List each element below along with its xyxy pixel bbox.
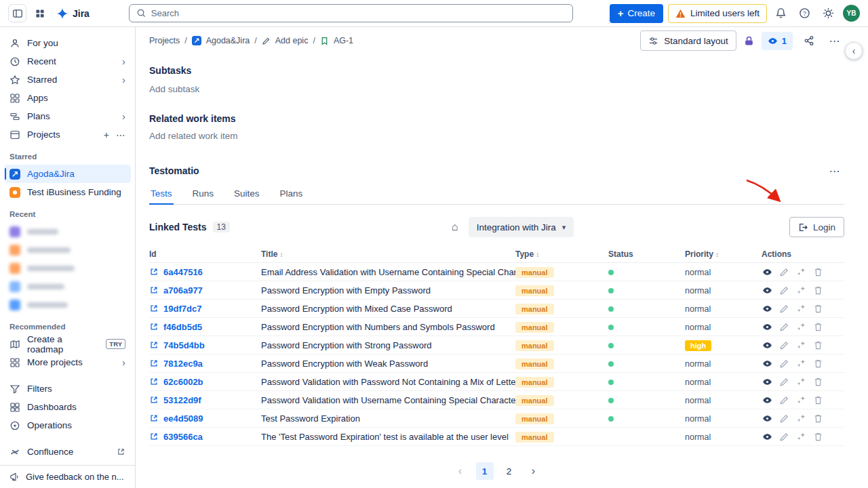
home-button[interactable]: ⌂ — [446, 218, 465, 237]
view-test-button[interactable] — [762, 413, 772, 424]
delete-test-button[interactable] — [812, 266, 823, 277]
recent-item-blurred[interactable] — [4, 296, 131, 314]
share-button[interactable] — [800, 31, 818, 50]
recent-item-blurred[interactable] — [4, 222, 131, 241]
project-ibusiness-funding[interactable]: Test iBusiness Funding — [4, 183, 131, 201]
ai-wand-button[interactable] — [795, 340, 806, 350]
more-actions-button[interactable]: ⋯ — [825, 31, 844, 50]
settings-button[interactable] — [819, 4, 838, 23]
lock-icon[interactable] — [743, 35, 755, 47]
app-switcher-button[interactable] — [31, 4, 50, 23]
sidebar-item-more-projects[interactable]: More projects › — [4, 353, 131, 371]
sidebar-item-confluence[interactable]: Confluence — [4, 443, 131, 461]
view-test-button[interactable] — [762, 321, 772, 332]
ai-wand-button[interactable] — [795, 285, 806, 296]
delete-test-button[interactable] — [812, 321, 823, 332]
delete-test-button[interactable] — [812, 303, 823, 314]
watchers-button[interactable]: 1 — [762, 32, 793, 50]
view-test-button[interactable] — [762, 340, 772, 350]
sidebar-toggle-button[interactable] — [8, 4, 26, 22]
edit-test-button[interactable] — [778, 431, 789, 442]
test-id-link[interactable]: 639566ca — [163, 432, 203, 442]
testomatio-more-button[interactable]: ⋯ — [825, 161, 844, 180]
tab-tests[interactable]: Tests — [149, 188, 174, 205]
help-button[interactable]: ? — [795, 4, 814, 23]
view-test-button[interactable] — [762, 285, 772, 296]
pagination-page-1[interactable]: 1 — [476, 462, 494, 480]
view-test-button[interactable] — [762, 394, 772, 405]
edit-test-button[interactable] — [778, 285, 789, 296]
recent-item-blurred[interactable] — [4, 259, 131, 277]
test-id-link[interactable]: f46db5d5 — [163, 322, 202, 332]
edit-test-button[interactable] — [778, 358, 789, 369]
add-project-icon[interactable]: + — [104, 129, 109, 140]
view-test-button[interactable] — [762, 303, 772, 314]
pagination-page-2[interactable]: 2 — [500, 462, 518, 480]
delete-test-button[interactable] — [812, 376, 823, 387]
sidebar-item-for-you[interactable]: For you — [4, 34, 131, 52]
recent-item-blurred[interactable] — [4, 277, 131, 296]
col-status[interactable]: Status — [608, 249, 685, 259]
view-test-button[interactable] — [762, 376, 772, 387]
ai-wand-button[interactable] — [795, 358, 806, 369]
edit-test-button[interactable] — [778, 266, 789, 277]
breadcrumb-project[interactable]: Agoda&Jira — [206, 36, 250, 45]
edit-test-button[interactable] — [778, 394, 789, 405]
test-id-link[interactable]: 7812ec9a — [163, 359, 203, 369]
global-search[interactable] — [129, 4, 573, 22]
ai-wand-button[interactable] — [795, 413, 806, 424]
breadcrumb-projects[interactable]: Projects — [149, 36, 180, 45]
sidebar-item-assets[interactable]: Assets — [4, 461, 131, 465]
col-priority[interactable]: Priority↕ — [685, 249, 762, 259]
user-avatar[interactable]: YB — [843, 5, 860, 22]
delete-test-button[interactable] — [812, 285, 823, 296]
edit-test-button[interactable] — [778, 376, 789, 387]
feedback-button[interactable]: Give feedback on the n... — [0, 465, 135, 488]
view-test-button[interactable] — [762, 358, 772, 369]
edit-test-button[interactable] — [778, 321, 789, 332]
jira-logo[interactable]: Jira — [56, 7, 90, 20]
test-id-link[interactable]: 19df7dc7 — [163, 304, 201, 314]
edit-test-button[interactable] — [778, 413, 789, 424]
sidebar-item-filters[interactable]: Filters — [4, 380, 131, 398]
delete-test-button[interactable] — [812, 394, 823, 405]
sidebar-item-plans[interactable]: Plans › — [4, 107, 131, 125]
login-button[interactable]: Login — [789, 217, 844, 237]
ai-wand-button[interactable] — [795, 394, 806, 405]
recent-item-blurred[interactable] — [4, 241, 131, 259]
add-related-work-button[interactable]: Add related work item — [149, 131, 844, 141]
sidebar-item-dashboards[interactable]: Dashboards — [4, 398, 131, 416]
notifications-button[interactable] — [772, 4, 791, 23]
breadcrumb-issue[interactable]: AG-1 — [334, 36, 353, 45]
delete-test-button[interactable] — [812, 413, 823, 424]
col-title[interactable]: Title↕ — [261, 249, 515, 259]
test-id-link[interactable]: 53122d9f — [163, 395, 201, 405]
delete-test-button[interactable] — [812, 358, 823, 369]
tab-plans[interactable]: Plans — [279, 188, 304, 204]
sidebar-item-operations[interactable]: Operations — [4, 416, 131, 434]
ai-wand-button[interactable] — [795, 321, 806, 332]
projects-more-icon[interactable]: ⋯ — [116, 129, 125, 140]
add-subtask-button[interactable]: Add subtask — [149, 84, 844, 94]
sidebar-item-projects[interactable]: Projects + ⋯ — [4, 125, 131, 144]
ai-wand-button[interactable] — [795, 303, 806, 314]
breadcrumb-add-epic[interactable]: Add epic — [275, 36, 309, 45]
sidebar-item-recent[interactable]: Recent › — [4, 52, 131, 70]
edit-test-button[interactable] — [778, 340, 789, 350]
search-input[interactable] — [151, 8, 566, 18]
delete-test-button[interactable] — [812, 340, 823, 350]
col-type[interactable]: Type↕ — [515, 249, 608, 259]
tab-runs[interactable]: Runs — [191, 188, 216, 204]
ai-wand-button[interactable] — [795, 431, 806, 442]
ai-wand-button[interactable] — [795, 376, 806, 387]
ai-wand-button[interactable] — [795, 266, 806, 277]
tab-suites[interactable]: Suites — [233, 188, 261, 204]
test-id-link[interactable]: 74b5d4bb — [163, 340, 205, 350]
project-agoda-jira[interactable]: Agoda&Jira — [4, 165, 131, 183]
standard-layout-button[interactable]: Standard layout — [640, 30, 736, 51]
pagination-prev-button[interactable]: ‹ — [452, 462, 469, 480]
panel-collapse-button[interactable]: ‹ — [845, 42, 863, 60]
delete-test-button[interactable] — [812, 431, 823, 442]
test-id-link[interactable]: 62c6002b — [163, 377, 203, 387]
test-id-link[interactable]: 6a447516 — [163, 267, 203, 277]
